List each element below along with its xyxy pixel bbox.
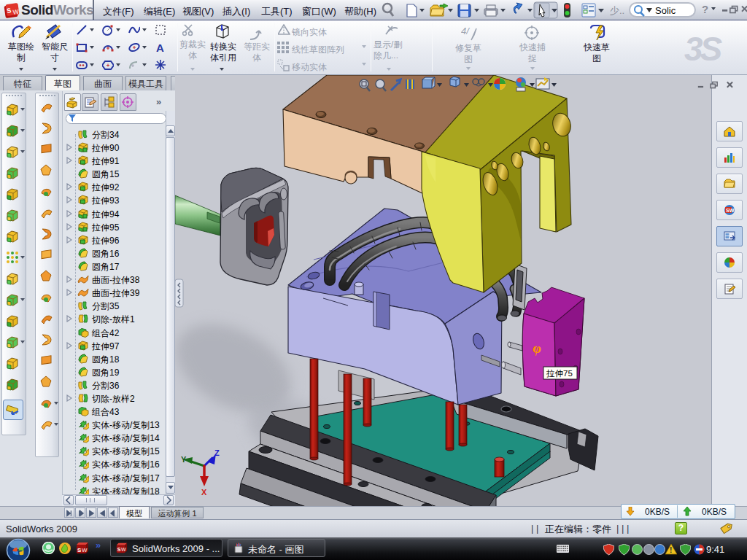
svg-text:少..: 少.. [610,5,624,16]
svg-text:4/: 4/ [461,26,470,36]
svg-text:Z: Z [214,448,220,457]
svg-text:W: W [121,547,126,553]
svg-text:A: A [156,42,164,53]
svg-text:Y: Y [181,455,187,464]
svg-text:X: X [201,488,207,497]
svg-text:S: S [117,547,121,553]
svg-text:拉伸75: 拉伸75 [546,369,573,378]
svg-text:W: W [12,8,20,16]
svg-text:SW: SW [726,208,735,213]
svg-text:W: W [82,547,88,553]
svg-text:!: ! [670,546,672,554]
